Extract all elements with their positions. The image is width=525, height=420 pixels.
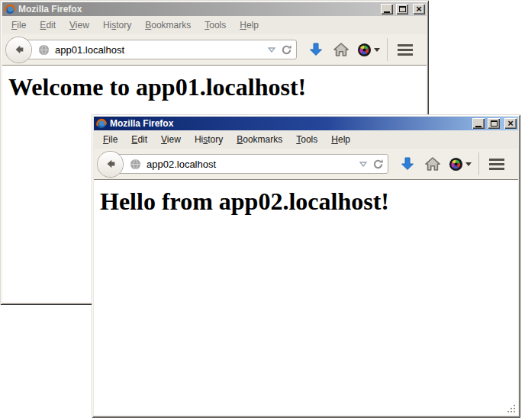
titlebar[interactable]: Mozilla Firefox × bbox=[94, 117, 518, 130]
maximize-button[interactable] bbox=[396, 4, 408, 14]
minimize-icon bbox=[384, 11, 390, 13]
home-icon bbox=[333, 42, 349, 57]
home-icon bbox=[424, 156, 441, 172]
back-button[interactable] bbox=[98, 152, 123, 177]
menu-bookmarks[interactable]: Bookmarks bbox=[230, 132, 289, 148]
menu-bar: File Edit View History Bookmarks Tools H… bbox=[94, 130, 518, 149]
chevron-down-icon bbox=[465, 162, 472, 166]
close-icon: × bbox=[507, 119, 514, 128]
site-identity-globe-icon[interactable] bbox=[38, 44, 50, 56]
window-title: Mozilla Firefox bbox=[110, 118, 469, 129]
navigation-toolbar: app02.localhost bbox=[94, 149, 518, 180]
firefox-logo-icon bbox=[96, 118, 107, 129]
menu-edit[interactable]: Edit bbox=[33, 18, 63, 34]
url-text: app02.localhost bbox=[147, 159, 359, 170]
menu-file[interactable]: File bbox=[5, 18, 33, 34]
maximize-icon bbox=[399, 6, 406, 12]
urlbar-dropdown-icon[interactable] bbox=[268, 47, 275, 53]
window-title: Mozilla Firefox bbox=[18, 4, 378, 14]
menu-view[interactable]: View bbox=[154, 132, 188, 148]
menu-bookmarks[interactable]: Bookmarks bbox=[138, 18, 198, 34]
hamburger-icon bbox=[489, 159, 504, 170]
downloads-button[interactable] bbox=[307, 37, 325, 63]
menu-tools[interactable]: Tools bbox=[289, 132, 324, 148]
download-arrow-icon bbox=[400, 156, 415, 172]
menu-bar: File Edit View History Bookmarks Tools H… bbox=[2, 16, 427, 34]
home-button[interactable] bbox=[423, 151, 443, 177]
maximize-icon bbox=[491, 120, 498, 127]
download-arrow-icon bbox=[308, 42, 324, 57]
menu-view[interactable]: View bbox=[63, 18, 96, 34]
hamburger-icon bbox=[398, 44, 413, 56]
extension-button[interactable] bbox=[357, 37, 380, 63]
firefox-logo-icon bbox=[5, 4, 15, 14]
home-button[interactable] bbox=[331, 37, 351, 63]
reload-button[interactable] bbox=[281, 44, 292, 56]
close-button[interactable]: × bbox=[504, 118, 517, 129]
minimize-icon bbox=[475, 126, 482, 127]
reload-button[interactable] bbox=[372, 159, 384, 170]
site-identity-globe-icon[interactable] bbox=[130, 159, 141, 170]
close-icon: × bbox=[416, 5, 422, 14]
menu-history[interactable]: History bbox=[188, 132, 230, 148]
color-wheel-icon bbox=[449, 157, 463, 172]
menu-history[interactable]: History bbox=[96, 18, 138, 34]
menu-hamburger-button[interactable] bbox=[486, 151, 507, 177]
chevron-down-icon bbox=[374, 48, 380, 52]
color-wheel-icon bbox=[357, 43, 372, 57]
toolbar-separator bbox=[478, 152, 479, 175]
menu-help[interactable]: Help bbox=[233, 18, 266, 34]
downloads-button[interactable] bbox=[398, 151, 417, 177]
back-arrow-icon bbox=[13, 43, 25, 56]
back-arrow-icon bbox=[105, 158, 117, 170]
close-button[interactable]: × bbox=[413, 4, 425, 14]
titlebar[interactable]: Mozilla Firefox × bbox=[2, 2, 427, 16]
menu-hamburger-button[interactable] bbox=[395, 37, 416, 63]
maximize-button[interactable] bbox=[488, 118, 500, 129]
page-heading: Welcome to app01.localhost! bbox=[8, 73, 427, 101]
url-bar[interactable]: app01.localhost bbox=[21, 40, 297, 59]
back-button[interactable] bbox=[6, 37, 31, 63]
toolbar-separator bbox=[387, 38, 388, 61]
resize-grip[interactable] bbox=[506, 403, 517, 414]
navigation-toolbar: app01.localhost bbox=[2, 34, 427, 66]
minimize-button[interactable] bbox=[472, 118, 485, 129]
menu-edit[interactable]: Edit bbox=[124, 132, 154, 148]
url-text: app01.localhost bbox=[55, 44, 268, 56]
menu-help[interactable]: Help bbox=[324, 132, 357, 148]
menu-file[interactable]: File bbox=[96, 132, 124, 148]
minimize-button[interactable] bbox=[381, 4, 393, 14]
browser-window-app02: Mozilla Firefox × File Edit View History… bbox=[92, 114, 520, 418]
urlbar-dropdown-icon[interactable] bbox=[359, 162, 367, 167]
menu-tools[interactable]: Tools bbox=[198, 18, 233, 34]
page-content: Hello from app02.localhost! bbox=[94, 180, 518, 415]
extension-button[interactable] bbox=[449, 151, 472, 177]
url-bar[interactable]: app02.localhost bbox=[112, 154, 388, 174]
page-heading: Hello from app02.localhost! bbox=[100, 188, 518, 216]
